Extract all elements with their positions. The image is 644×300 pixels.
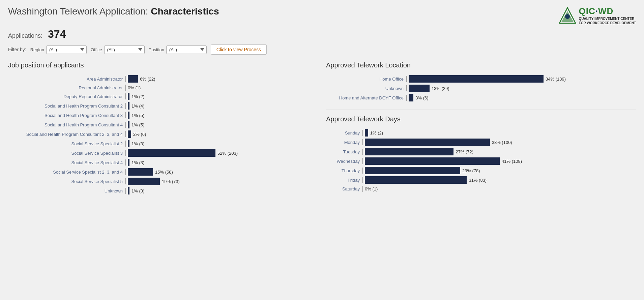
page-container: Washington Telework Application: Charact… (0, 0, 644, 300)
bar-fill (128, 140, 129, 147)
bar-row: Monday38% (100) (326, 139, 636, 146)
office-label: Office (91, 47, 102, 52)
bar-value: 1% (3) (131, 141, 144, 146)
bar-value: 1% (3) (131, 188, 144, 193)
bar-row: Home and Alternate DCYF Office3% (6) (326, 94, 636, 101)
bar-value: 41% (108) (502, 159, 522, 164)
telework-days-chart: Sunday1% (2)Monday38% (100)Tuesday27% (7… (326, 129, 636, 192)
bar-container: 1% (3) (125, 159, 318, 166)
bar-divider (406, 85, 407, 91)
logo-text: QIC·WD QUALITY IMPROVEMENT CENTERFOR WOR… (579, 6, 636, 25)
bar-container: 1% (3) (125, 187, 318, 194)
bar-divider (125, 141, 126, 147)
bar-fill (409, 94, 413, 101)
bar-container: 52% (203) (125, 149, 318, 157)
bar-container: 38% (100) (362, 139, 636, 146)
main-grid: Job position of applicants Area Administ… (8, 61, 636, 194)
bar-value: 1% (2) (370, 130, 383, 136)
bar-label: Unknown (8, 188, 123, 193)
applications-label: Applications: (8, 32, 42, 39)
bar-label: Wednesday (326, 159, 360, 164)
bar-label: Social Service Specialist 4 (8, 160, 123, 165)
bar-container: 3% (6) (406, 94, 636, 101)
bar-row: Social Service Specialist 41% (3) (8, 159, 318, 166)
bar-container: 0% (1) (362, 186, 636, 192)
office-filter-group: Office (All) (91, 46, 145, 54)
bar-container: 6% (22) (125, 75, 318, 83)
bar-value: 0% (1) (128, 85, 141, 90)
logo-subtitle: QUALITY IMPROVEMENT CENTERFOR WORKFORCE … (579, 17, 636, 25)
bar-row: Social and Health Program Consultant 21%… (8, 102, 318, 110)
bar-fill (128, 159, 129, 166)
bar-value: 52% (203) (217, 151, 238, 156)
bar-row: Social and Health Program Consultant 2, … (8, 130, 318, 138)
bar-label: Home and Alternate DCYF Office (326, 95, 404, 100)
filter-by-label: Filter by: (8, 47, 26, 52)
bar-value: 15% (58) (155, 170, 173, 175)
bar-value: 1% (2) (131, 94, 144, 99)
bar-label: Area Administrator (8, 77, 123, 82)
bar-divider (125, 178, 126, 184)
bar-value: 1% (5) (131, 122, 144, 127)
bar-row: Social Service Specialist 21% (3) (8, 140, 318, 147)
applications-row: Applications: 374 (8, 28, 636, 40)
bar-row: Wednesday41% (108) (326, 157, 636, 165)
bar-container: 31% (83) (362, 176, 636, 184)
bar-label: Social Service Specialist 2, 3, and 4 (8, 170, 123, 175)
bar-container: 15% (58) (125, 168, 318, 176)
bar-container: 1% (5) (125, 121, 318, 128)
bar-row: Tuesday27% (72) (326, 148, 636, 155)
bar-value: 27% (72) (456, 149, 473, 154)
bar-fill (365, 157, 500, 165)
position-select[interactable]: (All) (166, 46, 207, 54)
telework-location-title: Approved Telework Location (326, 61, 636, 69)
bar-divider (125, 93, 126, 99)
bar-label: Regional Administrator (8, 85, 123, 90)
telework-days-title: Approved Telework Days (326, 115, 636, 123)
page-title: Washington Telework Application: Charact… (8, 6, 219, 17)
bar-divider (125, 150, 126, 156)
bar-fill (128, 102, 129, 110)
logo-icon (559, 7, 576, 25)
bar-divider (125, 122, 126, 128)
bar-row: Social Service Specialist 352% (203) (8, 149, 318, 157)
filter-row: Filter by: Region (All) Office (All) Pos… (8, 44, 636, 55)
job-positions-title: Job position of applicants (8, 61, 318, 69)
bar-container: 2% (6) (125, 130, 318, 138)
bar-container: 1% (5) (125, 112, 318, 119)
bar-fill (409, 85, 430, 92)
bar-value: 31% (83) (469, 178, 487, 183)
view-process-button[interactable]: Click to view Process (211, 44, 267, 55)
bar-value: 1% (3) (131, 160, 144, 165)
bar-row: Social Service Specialist 519% (73) (8, 178, 318, 185)
bar-row: Thursday29% (78) (326, 167, 636, 174)
bar-divider (362, 158, 363, 164)
bar-container: 1% (2) (125, 93, 318, 100)
region-select[interactable]: (All) (46, 46, 87, 54)
bar-label: Unknown (326, 86, 404, 91)
bar-label: Saturday (326, 186, 360, 191)
region-label: Region (30, 47, 44, 52)
bar-label: Sunday (326, 130, 360, 136)
bar-container: 84% (189) (406, 75, 636, 83)
bar-fill (365, 139, 490, 146)
bar-value: 19% (73) (162, 179, 180, 184)
bar-label: Thursday (326, 168, 360, 173)
bar-divider (125, 103, 126, 109)
bar-row: Saturday0% (1) (326, 186, 636, 192)
bar-divider (362, 130, 363, 136)
bar-row: Social and Health Program Consultant 31%… (8, 112, 318, 119)
bar-label: Social Service Specialist 2 (8, 141, 123, 146)
office-select[interactable]: (All) (104, 46, 145, 54)
bar-label: Social Service Specialist 5 (8, 179, 123, 184)
bar-fill (128, 178, 160, 185)
bar-container: 1% (4) (125, 102, 318, 110)
bar-fill (409, 75, 544, 83)
bar-container: 27% (72) (362, 148, 636, 155)
bar-container: 19% (73) (125, 178, 318, 185)
bar-row: Social and Health Program Consultant 41%… (8, 121, 318, 128)
position-label: Position (149, 47, 164, 52)
bar-fill (128, 93, 129, 100)
bar-divider (406, 76, 407, 82)
bar-divider (406, 95, 407, 101)
